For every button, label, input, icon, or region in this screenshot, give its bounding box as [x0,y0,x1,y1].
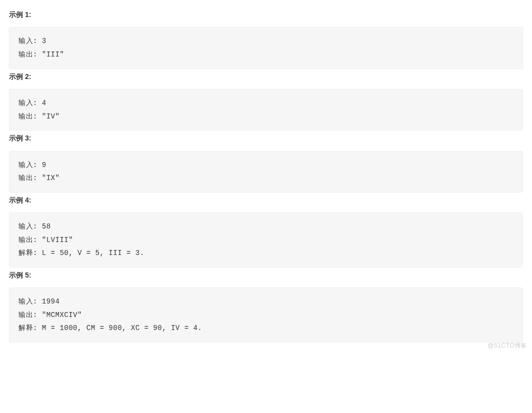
code-line: 解释: L = 50, V = 5, III = 3. [18,249,144,257]
code-line: 输出: "LVIII" [18,236,73,244]
code-line: 输出: "MCMXCIV" [18,311,82,319]
example-1: 示例 1: 输入: 3 输出: "III" [9,9,523,69]
code-line: 输出: "III" [18,50,64,58]
document-content: 示例 1: 输入: 3 输出: "III" 示例 2: 输入: 4 输出: "I… [0,0,532,354]
watermark: @51CTO博客 [488,341,527,350]
code-block: 输入: 58 输出: "LVIII" 解释: L = 50, V = 5, II… [9,212,523,268]
code-line: 输出: "IX" [18,174,60,182]
code-block: 输入: 1994 输出: "MCMXCIV" 解释: M = 1000, CM … [9,288,523,342]
example-2: 示例 2: 输入: 4 输出: "IV" [9,71,523,131]
example-5: 示例 5: 输入: 1994 输出: "MCMXCIV" 解释: M = 100… [9,270,523,342]
example-3: 示例 3: 输入: 9 输出: "IX" [9,132,523,192]
code-line: 解释: M = 1000, CM = 900, XC = 90, IV = 4. [18,324,202,332]
example-title: 示例 4: [9,194,523,206]
example-title: 示例 3: [9,132,523,144]
code-line: 输入: 4 [18,99,46,107]
code-line: 输入: 9 [18,161,46,169]
example-title: 示例 2: [9,71,523,82]
code-block: 输入: 3 输出: "III" [9,27,523,68]
code-block: 输入: 4 输出: "IV" [9,89,523,130]
example-title: 示例 5: [9,270,523,280]
example-title: 示例 1: [9,9,523,20]
example-4: 示例 4: 输入: 58 输出: "LVIII" 解释: L = 50, V =… [9,194,523,268]
code-block: 输入: 9 输出: "IX" [9,151,523,192]
code-line: 输出: "IV" [18,112,60,120]
code-line: 输入: 3 [18,37,46,45]
code-line: 输入: 58 [18,222,51,230]
code-line: 输入: 1994 [18,298,60,306]
